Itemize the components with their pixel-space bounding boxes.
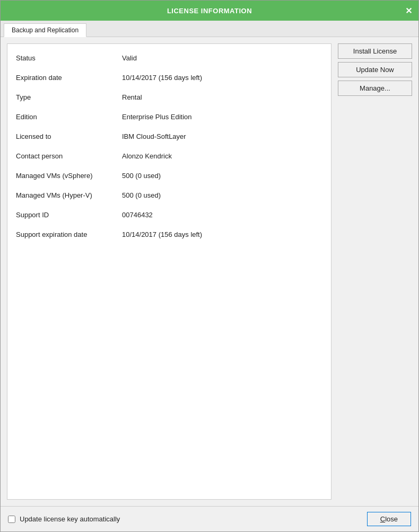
info-panel: StatusValidExpiration date10/14/2017 (15… [7,43,331,500]
info-value: Rental [122,93,142,101]
tab-backup-replication[interactable]: Backup and Replication [4,23,86,37]
info-label: Licensed to [16,132,122,140]
content-area: StatusValidExpiration date10/14/2017 (15… [1,37,418,506]
info-row: EditionEnterprise Plus Edition [16,107,322,127]
info-label: Support expiration date [16,230,122,238]
info-value: 500 (0 used) [122,172,161,180]
info-row: TypeRental [16,87,322,107]
info-label: Expiration date [16,74,122,82]
info-value: 10/14/2017 (156 days left) [122,230,202,238]
info-row: Support ID00746432 [16,205,322,225]
info-value: Enterprise Plus Edition [122,113,192,121]
auto-update-label: Update license key automatically [20,515,120,523]
info-row: Contact personAlonzo Kendrick [16,146,322,166]
info-value: IBM Cloud-SoftLayer [122,132,186,140]
install-license-button[interactable]: Install License [338,43,412,59]
info-label: Status [16,54,122,62]
info-value: Valid [122,54,137,62]
info-value: 00746432 [122,211,153,219]
info-label: Managed VMs (Hyper-V) [16,191,122,199]
info-row: Licensed toIBM Cloud-SoftLayer [16,127,322,146]
info-value: 500 (0 used) [122,191,161,199]
info-row: StatusValid [16,48,322,68]
auto-update-row: Update license key automatically [8,515,120,523]
info-row: Expiration date10/14/2017 (156 days left… [16,68,322,87]
manage-button[interactable]: Manage... [338,81,412,96]
auto-update-checkbox[interactable] [8,516,15,523]
info-label: Contact person [16,152,122,160]
window-close-button[interactable]: ✕ [403,5,414,16]
title-bar: LICENSE INFORMATION ✕ [1,1,418,21]
close-dialog-button[interactable]: Close [367,512,411,526]
info-value: Alonzo Kendrick [122,152,172,160]
info-label: Managed VMs (vSphere) [16,172,122,180]
button-panel: Install License Update Now Manage... [338,43,412,500]
info-label: Edition [16,113,122,121]
dialog-title: LICENSE INFORMATION [16,7,403,15]
info-label: Support ID [16,211,122,219]
info-value: 10/14/2017 (156 days left) [122,74,202,82]
tab-bar: Backup and Replication [1,21,418,37]
info-row: Managed VMs (vSphere)500 (0 used) [16,166,322,185]
license-dialog: LICENSE INFORMATION ✕ Backup and Replica… [0,0,419,532]
footer: Update license key automatically Close [1,506,418,531]
info-row: Support expiration date10/14/2017 (156 d… [16,225,322,244]
info-row: Managed VMs (Hyper-V)500 (0 used) [16,185,322,205]
info-label: Type [16,93,122,101]
update-now-button[interactable]: Update Now [338,62,412,77]
